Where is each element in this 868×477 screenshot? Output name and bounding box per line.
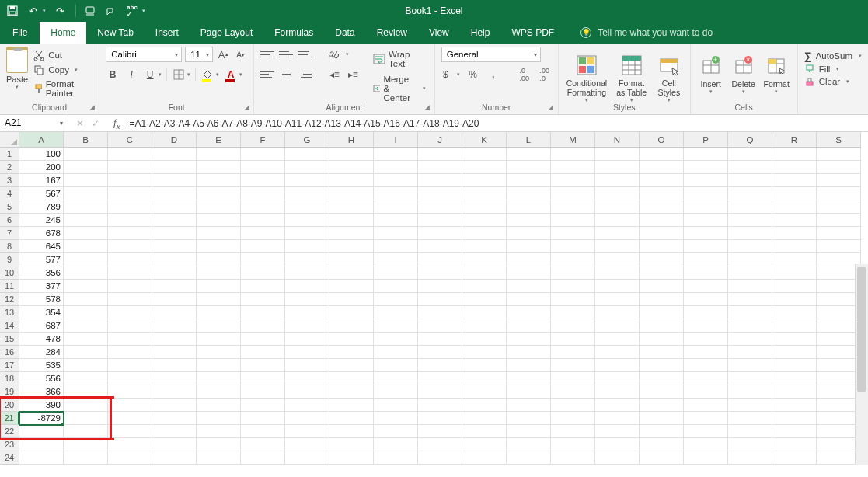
col-header-I[interactable]: I (374, 132, 418, 148)
cell-A20[interactable]: 390 (19, 399, 64, 412)
cell-Q8[interactable] (728, 240, 772, 253)
row-header-24[interactable]: 24 (0, 451, 19, 465)
cell-B8[interactable] (64, 240, 108, 253)
cell-I12[interactable] (374, 293, 418, 306)
cell-D19[interactable] (152, 385, 197, 399)
cell-E18[interactable] (197, 372, 241, 385)
cell-C5[interactable] (108, 200, 152, 214)
cell-R24[interactable] (772, 451, 817, 465)
cell-E4[interactable] (197, 187, 241, 200)
cell-J24[interactable] (418, 451, 462, 465)
cell-O8[interactable] (640, 240, 684, 253)
row-header-15[interactable]: 15 (0, 333, 19, 346)
cell-I15[interactable] (374, 333, 418, 346)
cell-K5[interactable] (462, 200, 507, 214)
accounting-dropdown-icon[interactable]: ▾ (457, 71, 460, 78)
cell-B5[interactable] (64, 200, 108, 214)
cell-I24[interactable] (374, 451, 418, 465)
col-header-E[interactable]: E (197, 132, 241, 148)
cell-N5[interactable] (595, 200, 640, 214)
cell-L2[interactable] (507, 161, 551, 174)
cell-L10[interactable] (507, 266, 551, 280)
cell-D15[interactable] (152, 333, 197, 346)
cell-A22[interactable] (19, 425, 64, 438)
cell-F20[interactable] (241, 399, 285, 412)
tab-page-layout[interactable]: Page Layout (190, 22, 263, 44)
cell-N11[interactable] (595, 280, 640, 293)
cell-K14[interactable] (462, 319, 507, 333)
cell-R22[interactable] (772, 425, 817, 438)
cell-Q15[interactable] (728, 333, 772, 346)
cell-J12[interactable] (418, 293, 462, 306)
col-header-J[interactable]: J (418, 132, 462, 148)
cell-D7[interactable] (152, 227, 197, 240)
cell-J9[interactable] (418, 253, 462, 266)
cell-K21[interactable] (462, 412, 507, 425)
number-format-combo[interactable]: General▾ (441, 47, 541, 62)
cell-F21[interactable] (241, 412, 285, 425)
cell-G3[interactable] (285, 174, 329, 187)
col-header-N[interactable]: N (595, 132, 640, 148)
orient-dropdown-icon[interactable]: ▾ (346, 51, 349, 57)
col-header-G[interactable]: G (285, 132, 329, 148)
cell-N6[interactable] (595, 214, 640, 227)
cell-N9[interactable] (595, 253, 640, 266)
grow-font-icon[interactable]: A▴ (216, 47, 230, 62)
cell-O24[interactable] (640, 451, 684, 465)
cell-I17[interactable] (374, 359, 418, 372)
cell-N23[interactable] (595, 438, 640, 451)
cell-D11[interactable] (152, 280, 197, 293)
cell-P22[interactable] (684, 425, 728, 438)
cell-N13[interactable] (595, 306, 640, 319)
cell-L8[interactable] (507, 240, 551, 253)
cell-I13[interactable] (374, 306, 418, 319)
cell-S3[interactable] (817, 174, 861, 187)
merge-center-button[interactable]: Merge & Center▾ (371, 73, 428, 104)
cell-K24[interactable] (462, 451, 507, 465)
cell-G9[interactable] (285, 253, 329, 266)
cell-I14[interactable] (374, 319, 418, 333)
cell-H6[interactable] (329, 214, 374, 227)
cell-J7[interactable] (418, 227, 462, 240)
cell-Q20[interactable] (728, 399, 772, 412)
cell-F1[interactable] (241, 148, 285, 161)
format-painter-button[interactable]: Format Painter (31, 78, 92, 99)
decrease-indent-icon[interactable]: ◂≡ (327, 67, 341, 82)
cell-M5[interactable] (551, 200, 595, 214)
cell-P15[interactable] (684, 333, 728, 346)
cell-K4[interactable] (462, 187, 507, 200)
cell-Q1[interactable] (728, 148, 772, 161)
cell-styles-button[interactable]: Cell Styles▾ (654, 51, 684, 103)
cell-E15[interactable] (197, 333, 241, 346)
cell-B9[interactable] (64, 253, 108, 266)
cell-E7[interactable] (197, 227, 241, 240)
cell-H3[interactable] (329, 174, 374, 187)
cell-J2[interactable] (418, 161, 462, 174)
cell-H24[interactable] (329, 451, 374, 465)
copy-button[interactable]: Copy▾ (31, 63, 92, 77)
cell-O21[interactable] (640, 412, 684, 425)
cell-R11[interactable] (772, 280, 817, 293)
col-header-C[interactable]: C (108, 132, 152, 148)
cell-H7[interactable] (329, 227, 374, 240)
cell-M7[interactable] (551, 227, 595, 240)
cell-F18[interactable] (241, 372, 285, 385)
cell-R17[interactable] (772, 359, 817, 372)
cell-R14[interactable] (772, 319, 817, 333)
cell-I7[interactable] (374, 227, 418, 240)
cell-C22[interactable] (108, 425, 152, 438)
font-name-combo[interactable]: Calibri▾ (106, 47, 182, 62)
cell-B12[interactable] (64, 293, 108, 306)
cell-M13[interactable] (551, 306, 595, 319)
tab-file[interactable]: File (0, 22, 40, 44)
undo-dropdown-icon[interactable]: ▾ (43, 8, 46, 14)
row-header-12[interactable]: 12 (0, 293, 19, 306)
cell-I19[interactable] (374, 385, 418, 399)
cell-F19[interactable] (241, 385, 285, 399)
speak-icon[interactable] (106, 5, 118, 17)
cell-K22[interactable] (462, 425, 507, 438)
cell-L15[interactable] (507, 333, 551, 346)
row-header-5[interactable]: 5 (0, 200, 19, 214)
cell-K8[interactable] (462, 240, 507, 253)
cell-N22[interactable] (595, 425, 640, 438)
